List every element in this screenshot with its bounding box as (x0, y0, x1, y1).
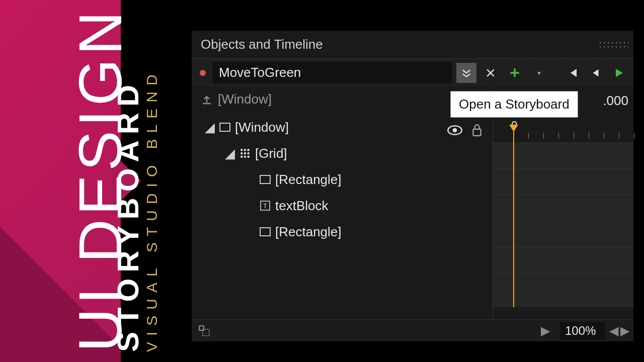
banner-line-2: STORYBOARD (111, 79, 145, 352)
storyboard-toolbar: MoveToGreen + ▾ (192, 59, 633, 86)
timeline-playhead[interactable] (513, 129, 514, 307)
textblock-icon: T (258, 201, 272, 211)
column-header-icons (447, 124, 482, 137)
previous-frame-button[interactable] (586, 63, 605, 82)
close-storyboard-button[interactable] (480, 63, 501, 83)
scope-up-button[interactable] (198, 324, 211, 337)
grid-icon (238, 148, 252, 158)
timeline-tick (619, 133, 619, 139)
play-button[interactable] (609, 63, 628, 82)
title-banner: UI DESIGN STORYBOARD VISUAL STUDIO BLEND (0, 0, 176, 362)
objects-and-timeline-panel: Objects and Timeline MoveToGreen + ▾ [ (191, 30, 634, 342)
svg-point-10 (240, 155, 243, 157)
svg-point-12 (247, 155, 249, 157)
timeline-area[interactable]: .000 0 (493, 86, 633, 327)
svg-text:T: T (263, 203, 267, 210)
svg-rect-16 (260, 175, 270, 184)
window-icon (218, 123, 232, 132)
storyboard-dropdown-button[interactable]: ▾ (529, 63, 549, 83)
timeline-tick (589, 133, 589, 139)
return-scope-icon (201, 94, 213, 106)
timeline-tick (574, 133, 574, 139)
expand-arrow-icon[interactable]: ◢ (225, 146, 235, 161)
svg-rect-29 (199, 326, 204, 330)
svg-point-6 (247, 149, 249, 151)
timeline-tick (543, 133, 544, 139)
rect-icon (258, 227, 272, 236)
svg-point-1 (453, 128, 457, 133)
storyboard-name-field[interactable]: MoveToGreen (213, 62, 452, 83)
lock-column-icon[interactable] (471, 124, 482, 137)
svg-point-11 (244, 155, 246, 157)
timeline-tick (604, 133, 604, 139)
show-hide-column-icon[interactable] (447, 125, 462, 136)
expand-arrow-icon[interactable]: ◢ (205, 120, 215, 135)
timeline-zoom-field[interactable]: 100% (560, 322, 605, 340)
timeline-scroll-left-icon[interactable]: ◀ (609, 324, 618, 338)
svg-rect-3 (220, 123, 230, 131)
svg-point-9 (247, 152, 249, 154)
panel-footer: ▶ 100% ◀ ▶ (192, 319, 633, 341)
panel-title: Objects and Timeline (192, 31, 633, 59)
timeline-scroll-right-icon[interactable]: ▶ (620, 324, 629, 338)
scope-label: [Window] (218, 92, 272, 107)
svg-point-7 (240, 152, 243, 154)
timeline-tick (558, 133, 559, 139)
playback-controls (563, 63, 628, 82)
new-storyboard-button[interactable]: + (505, 63, 525, 83)
current-time-display: .000 (603, 93, 628, 109)
record-indicator-icon (200, 70, 206, 76)
go-to-first-frame-button[interactable] (563, 63, 582, 82)
timeline-tick (528, 133, 529, 139)
timeline-tick (634, 133, 634, 139)
tree-scroll-right-icon[interactable]: ▶ (541, 324, 550, 338)
banner-line-3: VISUAL STUDIO BLEND (143, 68, 160, 352)
rect-icon (258, 175, 272, 184)
svg-point-5 (244, 149, 246, 151)
svg-point-4 (240, 149, 243, 151)
open-storyboard-tooltip: Open a Storyboard (450, 91, 578, 118)
open-storyboard-button[interactable] (456, 63, 476, 83)
svg-rect-2 (473, 129, 480, 136)
svg-rect-25 (260, 228, 270, 236)
svg-point-8 (244, 152, 246, 154)
